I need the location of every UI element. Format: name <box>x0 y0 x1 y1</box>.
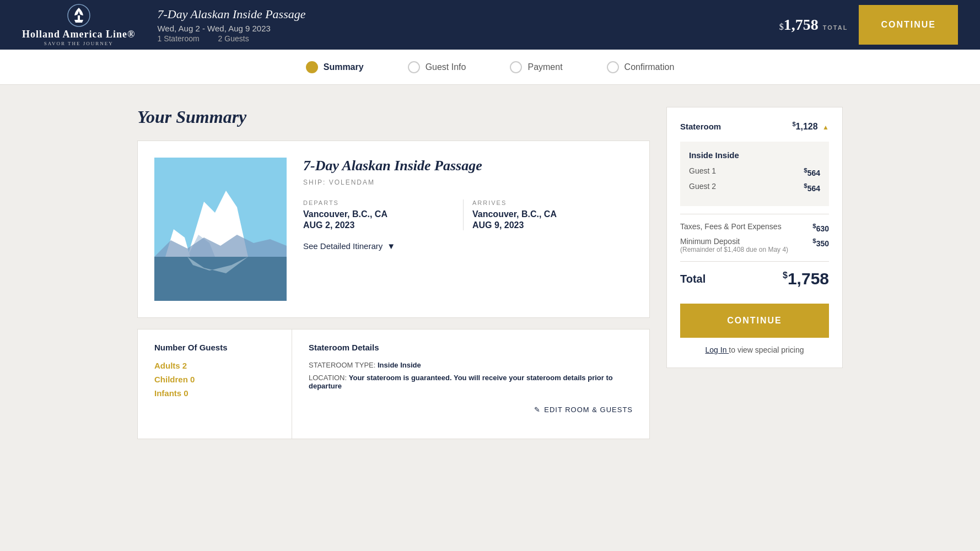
arrives-label: ARRIVES <box>472 199 622 206</box>
itinerary-link-text: See Detailed Itinerary <box>303 241 383 251</box>
page-title: Your Summary <box>137 107 650 127</box>
steps-navigation: Summary Guest Info Payment Confirmation <box>0 50 980 85</box>
stateroom-price-label: Stateroom <box>680 122 721 131</box>
header-total-label: TOTAL <box>823 24 848 31</box>
header-price-amount: 1,758 <box>784 16 819 33</box>
ship-label: SHIP: VOLENDAM <box>303 179 633 186</box>
stateroom-price-row: Stateroom $1,128 ▲ <box>680 121 829 136</box>
cruise-card: 7-Day Alaskan Inside Passage SHIP: VOLEN… <box>137 141 650 318</box>
departs-label: DEPARTS <box>303 199 452 206</box>
itinerary-link[interactable]: See Detailed Itinerary ▼ <box>303 241 633 251</box>
stateroom-location-row: LOCATION: Your stateroom is guaranteed. … <box>309 374 633 390</box>
chevron-down-icon: ▼ <box>387 241 395 251</box>
total-value: $1,758 <box>783 269 829 288</box>
header-price-super: $ <box>779 22 784 31</box>
step-summary[interactable]: Summary <box>284 61 386 73</box>
taxes-label: Taxes, Fees & Port Expenses <box>680 222 782 233</box>
header-guests: 2 Guests <box>218 34 249 43</box>
deposit-flex: Minimum Deposit (Remainder of $1,408 due… <box>680 237 829 253</box>
ship-logo-icon <box>67 3 91 28</box>
pencil-icon: ✎ <box>534 406 541 414</box>
pricing-sidebar: Stateroom $1,128 ▲ Inside Inside Guest 1… <box>666 107 843 439</box>
step-confirmation-label: Confirmation <box>624 62 675 72</box>
page-header: Holland America Line® SAVOR THE JOURNEY … <box>0 0 980 50</box>
step-summary-label: Summary <box>324 62 364 72</box>
cruise-image <box>154 158 287 301</box>
deposit-sublabel: (Remainder of $1,408 due on May 4) <box>680 246 788 253</box>
guest2-value: $564 <box>804 182 820 193</box>
content-left: Your Summary <box>137 107 650 439</box>
cruise-name: 7-Day Alaskan Inside Passage <box>303 158 633 174</box>
inside-type-label: Inside Inside <box>689 150 820 160</box>
step-payment-label: Payment <box>527 62 562 72</box>
login-suffix: to view special pricing <box>729 345 804 354</box>
infants-item: Infants 0 <box>154 388 275 398</box>
stateroom-type-row: STATEROOM TYPE: Inside Inside <box>309 361 633 369</box>
svg-rect-1 <box>78 15 80 20</box>
header-staterooms: 1 Stateroom <box>157 34 199 43</box>
children-item: Children 0 <box>154 375 275 384</box>
depart-date: AUG 2, 2023 <box>303 220 452 230</box>
deposit-labels: Minimum Deposit (Remainder of $1,408 due… <box>680 237 788 253</box>
header-cruise-dates: Wed, Aug 2 - Wed, Aug 9 2023 <box>157 24 757 33</box>
stateroom-section: Stateroom Details STATEROOM TYPE: Inside… <box>292 329 649 439</box>
header-continue-button[interactable]: CONTINUE <box>859 5 958 45</box>
main-content: Your Summary <box>104 85 876 461</box>
taxes-row: Taxes, Fees & Port Expenses $630 <box>680 222 829 233</box>
total-label: Total <box>680 273 706 285</box>
stateroom-type-prefix: STATEROOM TYPE: <box>309 361 375 369</box>
edit-link-text: EDIT ROOM & GUESTS <box>544 406 633 414</box>
price-divider <box>680 214 829 214</box>
login-link[interactable]: Log In <box>706 345 729 354</box>
brand-name: Holland America Line® <box>22 29 135 40</box>
header-cruise-meta: 1 Stateroom 2 Guests <box>157 34 757 43</box>
guest1-label: Guest 1 <box>689 166 716 177</box>
header-price: $1,758 TOTAL <box>779 16 848 34</box>
guest1-value: $564 <box>804 166 820 177</box>
continue-button[interactable]: CONTINUE <box>680 304 829 338</box>
depart-city: Vancouver, B.C., CA <box>303 209 452 219</box>
cruise-info: 7-Day Alaskan Inside Passage SHIP: VOLEN… <box>303 158 633 301</box>
header-cruise-title: 7-Day Alaskan Inside Passage <box>157 7 757 21</box>
step-confirmation-circle <box>607 61 619 73</box>
svg-rect-3 <box>154 257 287 301</box>
brand-logo: Holland America Line® SAVOR THE JOURNEY <box>22 3 135 46</box>
step-guest-info-circle <box>408 61 420 73</box>
stateroom-section-title: Stateroom Details <box>309 343 633 352</box>
deposit-row: Minimum Deposit (Remainder of $1,408 due… <box>680 237 829 253</box>
step-guest-info[interactable]: Guest Info <box>386 61 488 73</box>
login-link-row: Log In to view special pricing <box>680 345 829 354</box>
stateroom-expanded-panel: Inside Inside Guest 1 $564 Guest 2 $564 <box>680 142 829 206</box>
stateroom-type-value: Inside Inside <box>378 361 421 369</box>
header-cruise-info: 7-Day Alaskan Inside Passage Wed, Aug 2 … <box>135 7 779 43</box>
taxes-value: $630 <box>812 222 829 233</box>
details-card: Number Of Guests Adults 2 Children 0 Inf… <box>137 329 650 439</box>
expand-triangle-icon: ▲ <box>822 123 829 131</box>
cruise-card-inner: 7-Day Alaskan Inside Passage SHIP: VOLEN… <box>138 141 649 317</box>
stateroom-location-prefix: LOCATION: <box>309 374 347 382</box>
step-guest-info-label: Guest Info <box>426 62 466 72</box>
pricing-card: Stateroom $1,128 ▲ Inside Inside Guest 1… <box>666 107 843 368</box>
header-actions: $1,758 TOTAL CONTINUE <box>779 5 958 45</box>
step-payment[interactable]: Payment <box>488 61 584 73</box>
adults-item: Adults 2 <box>154 361 275 370</box>
guests-section: Number Of Guests Adults 2 Children 0 Inf… <box>138 329 292 439</box>
arrive-city: Vancouver, B.C., CA <box>472 209 622 219</box>
guests-section-title: Number Of Guests <box>154 343 275 352</box>
stateroom-location-value: Your stateroom is guaranteed. You will r… <box>309 374 613 390</box>
arrives-col: ARRIVES Vancouver, B.C., CA AUG 9, 2023 <box>472 199 633 230</box>
deposit-value: $350 <box>812 237 829 248</box>
guest2-price-row: Guest 2 $564 <box>689 182 820 193</box>
deposit-label: Minimum Deposit <box>680 237 788 246</box>
step-payment-circle <box>510 61 522 73</box>
departs-col: DEPARTS Vancouver, B.C., CA AUG 2, 2023 <box>303 199 464 230</box>
edit-room-guests-link[interactable]: ✎ EDIT ROOM & GUESTS <box>534 406 633 414</box>
total-row: Total $1,758 <box>680 261 829 296</box>
cruise-photo <box>154 158 287 301</box>
guest1-price-row: Guest 1 $564 <box>689 166 820 177</box>
guest2-label: Guest 2 <box>689 182 716 193</box>
brand-tagline: SAVOR THE JOURNEY <box>44 41 114 46</box>
arrive-date: AUG 9, 2023 <box>472 220 622 230</box>
route-grid: DEPARTS Vancouver, B.C., CA AUG 2, 2023 … <box>303 199 633 230</box>
step-confirmation[interactable]: Confirmation <box>585 61 697 73</box>
